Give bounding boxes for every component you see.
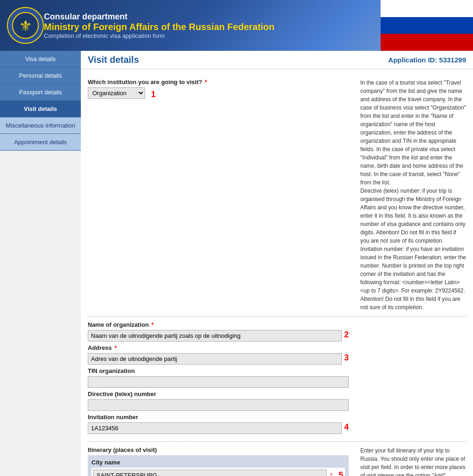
itinerary-label: Itinerary (places of visit) [88,446,349,453]
application-id: Application ID: 5331299 [388,56,466,64]
tin-label: TIN organization [88,367,349,374]
org-name-input[interactable] [88,330,342,342]
itinerary-section: Itinerary (places of visit) City name * … [88,442,466,476]
sidebar-item-personal-details[interactable]: Personal details [0,67,81,84]
content-area: Visit details Application ID: 5331299 Wh… [81,51,473,476]
page-title: Visit details [88,55,139,65]
eagle-icon: ⚜ [12,12,39,39]
institution-label: Which institution you are going to visit… [88,79,349,85]
address-label: Address * [88,344,349,351]
address-input[interactable] [88,353,342,365]
badge-5: 5 [339,470,343,476]
sidebar-item-visit-details[interactable]: Visit details [0,101,81,117]
form-area: Which institution you are going to visit… [81,69,473,476]
city-inner: * 5 [91,468,345,476]
flag-white [381,0,473,17]
sidebar: Visa details Personal details Passport d… [0,51,81,476]
svg-text:⚜: ⚜ [19,18,32,34]
city-box: City name * 5 Delete [88,455,349,476]
badge-2: 2 [344,330,349,340]
directive-input[interactable] [88,399,349,411]
sidebar-item-appointment[interactable]: Appointment details [0,134,81,151]
page-header: Visit details Application ID: 5331299 [81,51,473,69]
main-container: Visa details Personal details Passport d… [0,51,473,476]
institution-section: Which institution you are going to visit… [88,74,466,317]
city-name-input[interactable] [93,470,327,476]
sidebar-item-passport-details[interactable]: Passport details [0,84,81,101]
org-name-label: Name of organization * [88,321,349,328]
header: ⚜ Consular department Ministry of Foreig… [0,0,473,51]
org-section: Name of organization * 2 Address * 3 [88,317,466,442]
invitation-label: Invitation number [88,414,349,421]
sidebar-item-visa-details[interactable]: Visa details [0,51,81,67]
institution-left: Which institution you are going to visit… [88,79,356,311]
flag-red [381,34,473,51]
institution-select[interactable]: Organization Individual Travel company N… [88,87,145,99]
badge-3: 3 [344,353,349,363]
itinerary-left: Itinerary (places of visit) City name * … [88,446,356,476]
invitation-input[interactable] [88,422,342,434]
org-info [356,321,466,437]
tin-input[interactable] [88,376,349,388]
institution-info: In the case of a tourist visa select "Tr… [356,79,466,311]
sidebar-item-miscellaneous[interactable]: Miscellaneous information [0,117,81,134]
institution-required: * [205,79,207,85]
directive-label: Directive (telex) number [88,391,349,397]
badge-4: 4 [344,422,349,432]
flag-blue [381,17,473,34]
itinerary-info: Enter your full itinerary of your trip t… [356,446,466,476]
org-left: Name of organization * 2 Address * 3 [88,321,356,437]
badge-1: 1 [151,90,156,99]
logo: ⚜ [7,7,44,44]
russian-flag [381,0,473,51]
city-name-label: City name [91,459,345,466]
